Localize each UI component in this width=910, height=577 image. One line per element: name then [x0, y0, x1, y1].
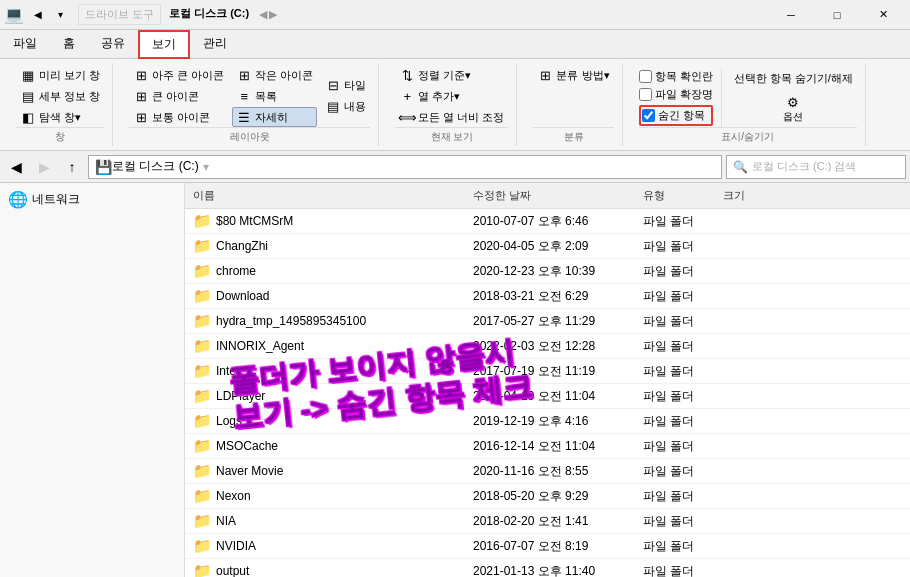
file-name: output	[216, 564, 249, 577]
very-large-icon-btn[interactable]: ⊞ 아주 큰 아이콘	[129, 65, 228, 85]
small-icon-btn[interactable]: ⊞ 작은 아이콘	[232, 65, 317, 85]
nav-pane-btn[interactable]: ◧ 탐색 창▾	[16, 107, 104, 127]
add-column-btn[interactable]: + 열 추가▾	[395, 86, 508, 106]
preview-pane-btn[interactable]: ▦ 미리 보기 창	[16, 65, 104, 85]
file-type-cell: 파일 폴더	[635, 287, 715, 306]
file-type-cell: 파일 폴더	[635, 537, 715, 556]
table-row[interactable]: 📁 chrome 2020-12-23 오후 10:39 파일 폴더	[185, 259, 910, 284]
file-ext-label[interactable]: 파일 확장명	[639, 87, 713, 102]
table-row[interactable]: 📁 NIA 2018-02-20 오전 1:41 파일 폴더	[185, 509, 910, 534]
table-row[interactable]: 📁 Download 2018-03-21 오전 6:29 파일 폴더	[185, 284, 910, 309]
folder-icon: 📁	[193, 462, 212, 480]
nav-fwd-icon: ▶	[269, 8, 277, 21]
file-date-cell: 2017-05-27 오후 11:29	[465, 312, 635, 331]
file-type-cell: 파일 폴더	[635, 237, 715, 256]
file-name: INNORIX_Agent	[216, 339, 304, 353]
large-icon-btn[interactable]: ⊞ 큰 아이콘	[129, 86, 228, 106]
table-row[interactable]: 📁 Logs 2019-12-19 오후 4:16 파일 폴더	[185, 409, 910, 434]
forward-button[interactable]: ▶	[32, 155, 56, 179]
tab-manage[interactable]: 관리	[190, 30, 240, 58]
current-view-row: ⇅ 정렬 기준▾ + 열 추가▾ ⟺ 모든 열 너비 조정	[395, 65, 508, 127]
sort-btn[interactable]: ⇅ 정렬 기준▾	[395, 65, 508, 85]
ribbon-group-sort: ⊞ 분류 방법▾ 분류	[525, 63, 622, 146]
address-dropdown-icon: ▾	[203, 160, 209, 174]
search-bar[interactable]: 🔍 로컬 디스크 (C:) 검색	[726, 155, 906, 179]
file-name: ChangZhi	[216, 239, 268, 253]
file-rows-container: 📁 $80 MtCMSrM 2010-07-07 오후 6:46 파일 폴더 📁…	[185, 209, 910, 577]
file-name-cell: 📁 hydra_tmp_1495895345100	[185, 311, 465, 331]
item-checkbox-label[interactable]: 항목 확인란	[639, 69, 713, 84]
file-name: Intel	[216, 364, 239, 378]
tab-share[interactable]: 공유	[88, 30, 138, 58]
file-date-cell: 2016-07-07 오전 8:19	[465, 537, 635, 556]
file-list-header: 이름 수정한 날짜 유형 크기	[185, 183, 910, 209]
table-row[interactable]: 📁 LDPlayer 2020-04-19 오전 11:04 파일 폴더	[185, 384, 910, 409]
ribbon-group-panes: ▦ 미리 보기 창 ▤ 세부 정보 창 ◧ 탐색 창▾ 창	[8, 63, 113, 146]
show-hide-content: 항목 확인란 파일 확장명 숨긴 항목 선택한 항목 숨기기/해제	[639, 65, 857, 127]
file-size-cell	[715, 445, 815, 447]
maximize-button[interactable]: □	[814, 0, 860, 30]
up-button[interactable]: ↑	[60, 155, 84, 179]
file-type-cell: 파일 폴더	[635, 437, 715, 456]
file-size-cell	[715, 545, 815, 547]
resize-columns-btn[interactable]: ⟺ 모든 열 너비 조정	[395, 107, 508, 127]
table-row[interactable]: 📁 INNORIX_Agent 2022-02-03 오전 12:28 파일 폴…	[185, 334, 910, 359]
tile-btn[interactable]: ⊟ 타일	[321, 76, 370, 96]
item-checkbox-input[interactable]	[639, 70, 652, 83]
content-btn[interactable]: ▤ 내용	[321, 97, 370, 117]
sidebar-network-item[interactable]: 🌐 네트워크	[0, 187, 184, 212]
back-button[interactable]: ◀	[4, 155, 28, 179]
address-bar[interactable]: 💾 로컬 디스크 (C:) ▾	[88, 155, 722, 179]
table-row[interactable]: 📁 NVIDIA 2016-07-07 오전 8:19 파일 폴더	[185, 534, 910, 559]
hidden-items-label[interactable]: 숨긴 항목	[639, 105, 713, 126]
sort-content: ⊞ 분류 방법▾	[533, 65, 613, 127]
quick-access-btn1[interactable]: ◀	[28, 5, 48, 25]
file-name-cell: 📁 NVIDIA	[185, 536, 465, 556]
options-btn[interactable]: ⚙ 옵션	[730, 91, 857, 127]
folder-icon: 📁	[193, 437, 212, 455]
detail-btn[interactable]: ☰ 자세히	[232, 107, 317, 127]
tab-file[interactable]: 파일	[0, 30, 50, 58]
table-row[interactable]: 📁 MSOCache 2016-12-14 오전 11:04 파일 폴더	[185, 434, 910, 459]
file-size-cell	[715, 320, 815, 322]
hidden-items-input[interactable]	[642, 109, 655, 122]
file-size-cell	[715, 470, 815, 472]
folder-icon-address: 💾	[95, 159, 112, 175]
file-date-cell: 2022-02-03 오전 12:28	[465, 337, 635, 356]
file-type-cell: 파일 폴더	[635, 212, 715, 231]
header-type: 유형	[635, 186, 715, 205]
classify-btn[interactable]: ⊞ 분류 방법▾	[533, 65, 613, 85]
list-btn[interactable]: ≡ 목록	[232, 86, 317, 106]
tab-view[interactable]: 보기	[138, 30, 190, 59]
file-ext-input[interactable]	[639, 88, 652, 101]
table-row[interactable]: 📁 Nexon 2018-05-20 오후 9:29 파일 폴더	[185, 484, 910, 509]
add-col-icon: +	[399, 88, 415, 104]
file-type-cell: 파일 폴더	[635, 487, 715, 506]
tab-home[interactable]: 홈	[50, 30, 88, 58]
minimize-button[interactable]: ─	[768, 0, 814, 30]
quick-access-btn2[interactable]: ▾	[50, 5, 70, 25]
file-name-cell: 📁 MSOCache	[185, 436, 465, 456]
table-row[interactable]: 📁 ChangZhi 2020-04-05 오후 2:09 파일 폴더	[185, 234, 910, 259]
network-label: 네트워크	[32, 191, 80, 208]
selected-hide-btn[interactable]: 선택한 항목 숨기기/해제	[730, 69, 857, 88]
folder-icon: 📁	[193, 487, 212, 505]
file-date-cell: 2018-02-20 오전 1:41	[465, 512, 635, 531]
table-row[interactable]: 📁 $80 MtCMSrM 2010-07-07 오후 6:46 파일 폴더	[185, 209, 910, 234]
medium-icon-btn[interactable]: ⊞ 보통 아이콘	[129, 107, 228, 127]
classify-icon: ⊞	[537, 67, 553, 83]
file-name-cell: 📁 Logs	[185, 411, 465, 431]
details-pane-btn[interactable]: ▤ 세부 정보 창	[16, 86, 104, 106]
file-date-cell: 2020-04-05 오후 2:09	[465, 237, 635, 256]
file-name-cell: 📁 ChangZhi	[185, 236, 465, 256]
file-date-cell: 2016-12-14 오전 11:04	[465, 437, 635, 456]
folder-icon: 📁	[193, 362, 212, 380]
table-row[interactable]: 📁 Naver Movie 2020-11-16 오전 8:55 파일 폴더	[185, 459, 910, 484]
close-button[interactable]: ✕	[860, 0, 906, 30]
table-row[interactable]: 📁 hydra_tmp_1495895345100 2017-05-27 오후 …	[185, 309, 910, 334]
title-bar: 💻 ◀ ▾ 드라이브 도구 로컬 디스크 (C:) ◀ ▶ ─ □ ✕	[0, 0, 910, 30]
table-row[interactable]: 📁 output 2021-01-13 오후 11:40 파일 폴더	[185, 559, 910, 577]
main-area: 🌐 네트워크 이름 수정한 날짜 유형 크기 📁 $80 MtCMSrM 201…	[0, 183, 910, 577]
file-name-cell: 📁 INNORIX_Agent	[185, 336, 465, 356]
table-row[interactable]: 📁 Intel 2017-07-19 오전 11:19 파일 폴더	[185, 359, 910, 384]
